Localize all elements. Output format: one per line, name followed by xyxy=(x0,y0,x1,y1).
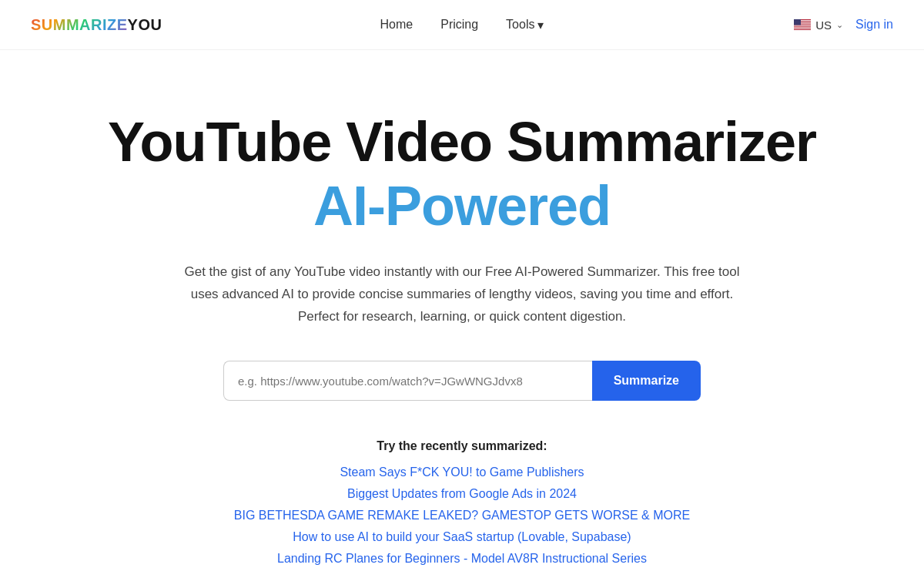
svg-rect-4 xyxy=(794,25,811,26)
recent-section: Try the recently summarized: Steam Says … xyxy=(234,439,690,566)
logo[interactable]: SUMMARIZE YOU xyxy=(31,16,162,34)
url-input[interactable] xyxy=(223,361,592,401)
recent-link-1[interactable]: Steam Says F*CK YOU! to Game Publishers xyxy=(234,465,690,479)
recent-link-5[interactable]: Landing RC Planes for Beginners - Model … xyxy=(234,552,690,566)
main-nav: Home Pricing Tools ▾ xyxy=(380,18,544,32)
svg-rect-5 xyxy=(794,27,811,28)
svg-rect-7 xyxy=(794,19,801,25)
recent-link-2[interactable]: Biggest Updates from Google Ads in 2024 xyxy=(234,487,690,501)
logo-summarize: SUMMARIZE xyxy=(31,16,128,34)
locale-caret-icon: ⌄ xyxy=(836,20,843,30)
nav-home[interactable]: Home xyxy=(380,18,413,32)
hero-title: YouTube Video Summarizer xyxy=(108,112,816,173)
recent-label: Try the recently summarized: xyxy=(234,439,690,453)
summarize-button[interactable]: Summarize xyxy=(592,361,701,401)
header-right: US ⌄ Sign in xyxy=(794,18,893,32)
svg-rect-6 xyxy=(794,29,811,29)
recent-links-list: Steam Says F*CK YOU! to Game Publishers … xyxy=(234,465,690,566)
hero-subtitle: AI-Powered xyxy=(313,176,611,237)
chevron-down-icon: ▾ xyxy=(537,18,544,32)
logo-you: YOU xyxy=(128,16,162,34)
nav-pricing[interactable]: Pricing xyxy=(440,18,478,32)
hero-description: Get the gist of any YouTube video instan… xyxy=(177,261,747,328)
header: SUMMARIZE YOU Home Pricing Tools ▾ US ⌄ xyxy=(0,0,924,50)
nav-tools-dropdown[interactable]: Tools ▾ xyxy=(506,18,544,32)
sign-in-button[interactable]: Sign in xyxy=(855,18,893,32)
main-content: YouTube Video Summarizer AI-Powered Get … xyxy=(0,50,924,578)
flag-icon xyxy=(794,19,811,30)
nav-tools-label: Tools xyxy=(506,18,534,32)
locale-selector[interactable]: US ⌄ xyxy=(794,18,843,32)
search-bar: Summarize xyxy=(223,361,701,401)
recent-link-3[interactable]: BIG BETHESDA GAME REMAKE LEAKED? GAMESTO… xyxy=(234,509,690,523)
recent-link-4[interactable]: How to use AI to build your SaaS startup… xyxy=(234,530,690,544)
locale-label: US xyxy=(815,18,832,32)
